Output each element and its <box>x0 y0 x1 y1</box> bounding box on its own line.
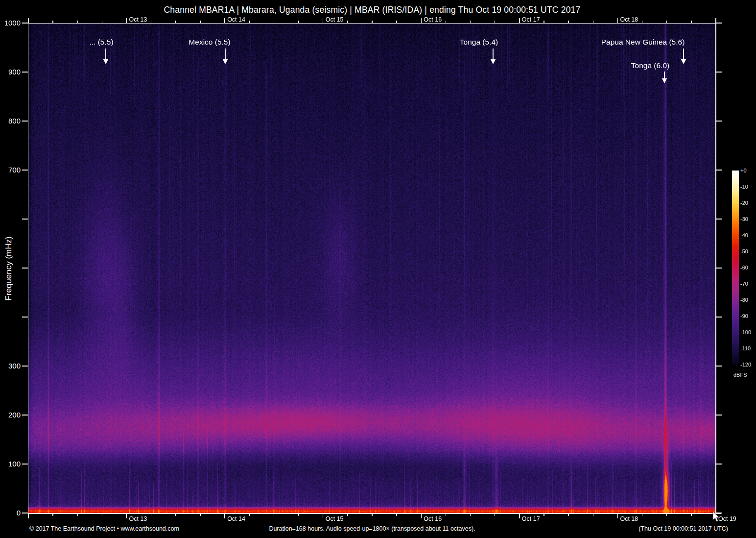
x-tick-bottom <box>495 514 496 516</box>
earthquake-annotation-label: ... (5.5) <box>89 38 113 47</box>
down-arrow-icon <box>222 49 229 64</box>
y-tick-right <box>716 415 722 416</box>
x-tick-bottom <box>52 514 53 516</box>
y-tick <box>22 72 28 73</box>
colorbar-tick-label: -90 <box>740 313 748 319</box>
x-axis-label-bottom: Oct 16 <box>424 515 442 522</box>
x-tick-bottom <box>274 514 275 516</box>
colorbar-tick-label: -80 <box>740 297 748 303</box>
x-tick-bottom <box>323 514 324 518</box>
colorbar <box>732 171 739 365</box>
x-tick-top <box>323 18 324 23</box>
x-tick-top <box>52 21 53 23</box>
y-tick-right <box>716 121 722 122</box>
y-tick-right <box>716 219 722 220</box>
y-tick <box>22 366 28 367</box>
colorbar-tick-label: -30 <box>740 216 748 222</box>
y-tick <box>22 23 28 24</box>
y-tick <box>22 121 28 122</box>
earthquake-annotation-label: Papua New Guinea (5.6) <box>601 38 685 47</box>
x-tick-top <box>691 21 692 23</box>
x-tick-bottom <box>347 514 348 516</box>
x-tick-top <box>470 21 471 23</box>
x-tick-bottom <box>446 514 447 516</box>
x-axis-label-bottom: Oct 14 <box>227 515 245 522</box>
x-tick-bottom <box>102 514 103 516</box>
colorbar-tick-label: -10 <box>740 184 748 190</box>
x-tick-top <box>200 21 201 23</box>
y-tick <box>22 464 28 465</box>
colorbar-tick-label: -120 <box>740 362 751 367</box>
x-axis-label-top: Oct 16 <box>424 16 442 23</box>
x-tick-bottom <box>396 514 397 516</box>
x-axis-label-bottom: Oct 19 <box>718 515 736 522</box>
x-tick-top <box>224 18 225 23</box>
x-tick-bottom <box>642 514 643 516</box>
earthquake-annotation-label: Tonga (5.4) <box>460 38 498 47</box>
x-tick-bottom <box>617 514 618 518</box>
colorbar-tick-label: -70 <box>740 281 748 287</box>
y-tick-right <box>716 464 722 465</box>
x-axis-label-top: Oct 14 <box>227 16 245 23</box>
y-tick-right <box>716 366 722 367</box>
x-tick-top <box>642 21 643 23</box>
y-tick-label: 200 <box>1 411 21 419</box>
earthquake-annotation-label: Mexico (5.5) <box>189 38 230 47</box>
y-tick-label: 100 <box>1 460 21 468</box>
mouse-cursor-icon[interactable] <box>712 511 720 522</box>
y-tick-right <box>716 268 722 269</box>
y-tick-label: 300 <box>1 362 21 370</box>
x-tick-top <box>568 21 569 23</box>
down-arrow-icon <box>102 49 109 64</box>
y-tick <box>22 415 28 416</box>
y-tick-label: 0 <box>1 509 21 517</box>
x-axis-label-top: Oct 17 <box>522 16 540 23</box>
x-tick-top <box>151 21 152 23</box>
y-tick-right <box>716 317 722 318</box>
x-tick-bottom <box>224 514 225 518</box>
x-tick-top <box>298 21 299 23</box>
x-tick-top <box>372 21 373 23</box>
x-axis-label-bottom: Oct 13 <box>129 515 147 522</box>
y-tick <box>22 317 28 318</box>
x-axis-label-bottom: Oct 17 <box>522 515 540 522</box>
colorbar-tick-label: -50 <box>740 248 748 254</box>
x-tick-top <box>28 18 29 23</box>
x-tick-top <box>102 21 103 23</box>
y-tick-label: 800 <box>1 117 21 125</box>
x-tick-top <box>495 21 496 23</box>
x-tick-bottom <box>28 514 29 518</box>
x-axis-label-top: Oct 18 <box>620 16 638 23</box>
x-tick-top <box>77 21 78 23</box>
y-tick <box>22 170 28 171</box>
spectrogram-canvas <box>28 23 716 513</box>
x-tick-top <box>519 18 520 23</box>
x-tick-bottom <box>691 514 692 516</box>
footer-duration: Duration=168 hours. Audio speed-up=1800×… <box>28 525 716 532</box>
x-tick-top <box>249 21 250 23</box>
x-tick-bottom <box>666 514 667 516</box>
down-arrow-icon <box>661 72 668 83</box>
x-tick-bottom <box>126 514 127 518</box>
x-tick-top <box>543 21 544 23</box>
x-tick-bottom <box>519 514 520 518</box>
x-tick-bottom <box>151 514 152 516</box>
x-tick-top <box>396 21 397 23</box>
x-tick-bottom <box>200 514 201 516</box>
x-tick-bottom <box>593 514 594 516</box>
x-tick-top <box>347 21 348 23</box>
colorbar-tick-label: -40 <box>740 232 748 238</box>
colorbar-tick-label: +0 <box>740 168 747 173</box>
x-tick-bottom <box>298 514 299 516</box>
y-tick-label: 700 <box>1 166 21 174</box>
x-tick-top <box>617 18 618 23</box>
down-arrow-icon <box>490 49 496 64</box>
spectrogram-page: Channel MBAR1A | Mbarara, Uganda (seismi… <box>0 0 756 538</box>
y-tick <box>22 268 28 269</box>
footer-timestamp: (Thu Oct 19 00:00:51 2017 UTC) <box>638 525 728 532</box>
x-tick-top <box>666 21 667 23</box>
colorbar-tick-label: -100 <box>740 329 751 335</box>
y-tick-label: 1000 <box>1 19 21 27</box>
x-tick-bottom <box>568 514 569 516</box>
x-tick-top <box>715 18 716 23</box>
